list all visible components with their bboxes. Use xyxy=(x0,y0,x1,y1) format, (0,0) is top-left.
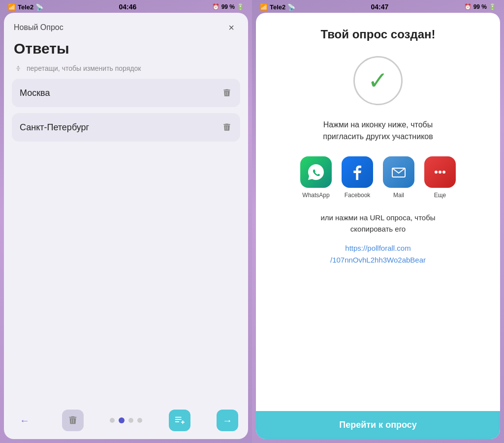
svg-marker-1 xyxy=(17,69,20,71)
whatsapp-icon xyxy=(307,163,325,181)
dot-2-active xyxy=(119,417,125,423)
whatsapp-label: WhatsApp xyxy=(302,192,329,199)
modal-title: Новый Опрос xyxy=(14,23,63,32)
right-status-bar: 📶 Tele2 📡 04:47 ⏰ 99 % 🔋 xyxy=(252,0,504,13)
left-status-bar: 📶 Tele2 📡 04:46 ⏰ 99 % 🔋 xyxy=(0,0,252,13)
section-title: Ответы xyxy=(4,38,248,61)
drag-icon xyxy=(14,64,23,73)
check-circle: ✓ xyxy=(353,56,403,105)
left-carrier-area: 📶 Tele2 📡 xyxy=(8,3,43,11)
battery-text: 99 % xyxy=(221,3,235,10)
poll-url-link[interactable]: https://pollforall.com/107nnOvhL2hh3Wo2a… xyxy=(330,242,426,266)
checkmark-icon: ✓ xyxy=(368,68,388,93)
svg-rect-7 xyxy=(181,422,184,423)
drag-hint-area: перетащи, чтобы изменить порядок xyxy=(4,61,248,79)
wifi-icon: 📡 xyxy=(35,3,43,11)
answer-item-2[interactable]: Санкт-Петербург xyxy=(12,113,240,142)
dot-3 xyxy=(128,418,133,423)
trash-icon xyxy=(67,415,78,426)
svg-rect-5 xyxy=(175,421,179,422)
drag-hint-text: перетащи, чтобы изменить порядок xyxy=(27,64,141,72)
facebook-icon xyxy=(348,163,367,181)
close-icon: × xyxy=(228,22,234,33)
svg-rect-4 xyxy=(175,419,181,420)
right-time: 04:47 xyxy=(371,3,389,11)
copy-text: или нажми на URL опроса, чтобыскопироват… xyxy=(320,212,435,235)
dot-4 xyxy=(137,418,142,423)
answer-list: Москва Санкт-Петербург xyxy=(4,79,248,142)
right-battery-area: ⏰ 99 % 🔋 xyxy=(464,3,496,10)
progress-dots xyxy=(110,417,142,423)
more-label: Еще xyxy=(434,192,446,199)
more-icon-box[interactable] xyxy=(424,156,456,188)
right-signal-icon: 📶 xyxy=(260,3,268,11)
more-dots-icon xyxy=(431,163,449,181)
right-battery-icon: 🔋 xyxy=(489,3,496,10)
left-time: 04:46 xyxy=(119,3,137,11)
answer-text-1: Москва xyxy=(20,88,50,98)
back-icon: ← xyxy=(20,415,30,426)
right-carrier-name: Tele2 xyxy=(270,3,285,11)
invite-text: Нажми на иконку ниже, чтобыпригласить др… xyxy=(323,119,433,143)
answer-item-1[interactable]: Москва xyxy=(12,79,240,107)
mail-icon xyxy=(389,163,408,181)
goto-poll-button[interactable]: Перейти к опросу xyxy=(256,411,500,439)
svg-point-9 xyxy=(435,171,438,174)
share-whatsapp[interactable]: WhatsApp xyxy=(300,156,332,199)
success-title: Твой опрос создан! xyxy=(320,28,435,41)
answer-text-2: Санкт-Петербург xyxy=(20,122,89,133)
success-content: Твой опрос создан! ✓ Нажми на иконку ниж… xyxy=(256,13,500,411)
delete-answer-1-button[interactable] xyxy=(221,88,232,98)
delete-answer-2-button[interactable] xyxy=(221,122,232,133)
signal-icon: 📶 xyxy=(8,3,16,11)
svg-point-10 xyxy=(439,171,441,174)
left-phone: 📶 Tele2 📡 04:46 ⏰ 99 % 🔋 Новый Опрос × О… xyxy=(0,0,252,443)
right-screen: Твой опрос создан! ✓ Нажми на иконку ниж… xyxy=(256,13,500,439)
next-icon: → xyxy=(222,415,232,426)
right-phone: 📶 Tele2 📡 04:47 ⏰ 99 % 🔋 Твой опрос созд… xyxy=(252,0,504,443)
share-mail[interactable]: Mail xyxy=(383,156,414,199)
svg-rect-2 xyxy=(16,68,20,68)
alarm-icon: ⏰ xyxy=(212,3,220,10)
close-button[interactable]: × xyxy=(224,21,238,34)
whatsapp-icon-box[interactable] xyxy=(300,156,332,188)
carrier-name: Tele2 xyxy=(18,3,33,11)
mail-icon-box[interactable] xyxy=(383,156,414,188)
share-icons-row: WhatsApp Facebook xyxy=(300,156,456,199)
back-button[interactable]: ← xyxy=(14,410,35,431)
share-more[interactable]: Еще xyxy=(424,156,456,199)
facebook-label: Facebook xyxy=(345,192,371,199)
next-button[interactable]: → xyxy=(217,410,238,431)
svg-rect-3 xyxy=(175,417,181,418)
left-battery-area: ⏰ 99 % 🔋 xyxy=(212,3,244,10)
svg-point-11 xyxy=(442,171,445,174)
right-alarm-icon: ⏰ xyxy=(464,3,472,10)
dot-1 xyxy=(110,418,115,423)
bottom-nav-bar: ← xyxy=(4,402,248,439)
facebook-icon-box[interactable] xyxy=(342,156,373,188)
trash-button[interactable] xyxy=(62,410,84,431)
add-answers-icon xyxy=(174,415,185,426)
mail-label: Mail xyxy=(393,192,404,199)
right-carrier-area: 📶 Tele2 📡 xyxy=(260,3,295,11)
share-facebook[interactable]: Facebook xyxy=(342,156,373,199)
battery-icon: 🔋 xyxy=(237,3,244,10)
left-screen: Новый Опрос × Ответы перетащи, чтобы изм… xyxy=(4,13,248,439)
add-answers-button[interactable] xyxy=(169,410,190,431)
right-wifi-icon: 📡 xyxy=(287,3,295,11)
screen-header: Новый Опрос × xyxy=(4,13,248,38)
svg-marker-0 xyxy=(17,66,20,67)
right-battery-text: 99 % xyxy=(473,3,487,10)
